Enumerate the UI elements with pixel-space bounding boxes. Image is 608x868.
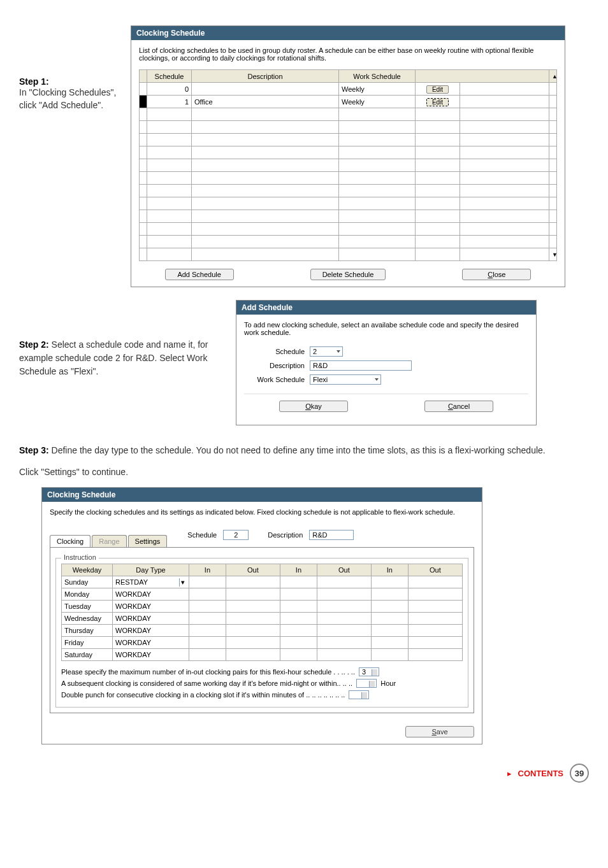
step3-click: Click "Settings" to continue. <box>19 466 589 479</box>
doublepunch-stepper[interactable] <box>349 690 369 699</box>
table-row[interactable]: 0 Weekly Edit <box>140 83 557 96</box>
th-work-schedule: Work Schedule <box>339 70 416 83</box>
step2-title: Step 2: <box>19 339 49 350</box>
list-item[interactable]: MondayWORKDAY <box>62 588 463 601</box>
schedule-value-3: 2 <box>223 530 249 540</box>
close-button[interactable]: Close <box>462 269 531 280</box>
clocking-schedule-dialog-3: Clocking Schedule Specify the clocking s… <box>41 487 482 744</box>
daytype-table: Weekday Day Type In Out In Out In Out Su… <box>61 564 463 661</box>
okay-button[interactable]: Okay <box>279 401 348 412</box>
note1: Please specify the maximum number of in-… <box>61 668 355 676</box>
list-item[interactable]: WednesdayWORKDAY <box>62 613 463 625</box>
instruction-legend: Instruction <box>61 553 99 561</box>
list-item[interactable]: ThursdayWORKDAY <box>62 625 463 637</box>
save-button[interactable]: Save <box>405 726 474 737</box>
desc-label-3: Description <box>268 531 303 539</box>
cancel-button[interactable]: Cancel <box>424 401 493 412</box>
max-pairs-stepper[interactable]: 3 <box>359 667 379 676</box>
midnight-stepper[interactable] <box>356 679 377 688</box>
note3: Double punch for consecutive clocking in… <box>61 691 345 699</box>
description-input[interactable]: R&D <box>310 360 412 371</box>
edit-button[interactable]: Edit <box>426 98 449 106</box>
description-label: Description <box>244 362 305 369</box>
note2-unit: Hour <box>380 679 396 687</box>
page-number: 39 <box>570 764 589 783</box>
tab-clocking[interactable]: Clocking <box>50 535 90 547</box>
clock3-intro: Specify the clocking schedules and its s… <box>50 508 474 516</box>
step1-title: Step 1: <box>19 76 121 87</box>
step3-text: Define the day type to the schedule. You… <box>49 445 546 455</box>
edit-button[interactable]: Edit <box>426 85 449 94</box>
schedule-table: Schedule Description Work Schedule ▲ 0 W… <box>139 69 557 261</box>
list-item[interactable]: FridayWORKDAY <box>62 637 463 649</box>
add-dialog-intro: To add new clocking schedule, select an … <box>244 321 528 336</box>
contents-link[interactable]: CONTENTS <box>518 769 564 778</box>
workschedule-select[interactable]: Flexi <box>310 374 381 385</box>
step1-text: In "Clocking Schedules", click "Add Sche… <box>19 87 121 111</box>
workschedule-label: Work Schedule <box>244 376 305 383</box>
list-item[interactable]: TuesdayWORKDAY <box>62 601 463 613</box>
clocking-intro: List of clocking schedules to be used in… <box>139 46 557 62</box>
desc-value-3: R&D <box>309 530 354 540</box>
clocking-schedule-dialog: Clocking Schedule List of clocking sched… <box>131 25 565 287</box>
contents-arrow: ▸ <box>507 769 512 778</box>
delete-schedule-button[interactable]: Delete Schedule <box>310 269 386 280</box>
schedule-select[interactable]: 2 <box>310 346 343 357</box>
list-item[interactable]: SaturdayWORKDAY <box>62 649 463 661</box>
dialog-title: Clocking Schedule <box>131 26 565 40</box>
tab-settings[interactable]: Settings <box>128 535 168 547</box>
table-row[interactable]: 1 Office Weekly Edit <box>140 96 557 108</box>
schedule-label-3: Schedule <box>187 531 217 539</box>
th-description: Description <box>192 70 339 83</box>
clock3-title: Clocking Schedule <box>42 488 482 502</box>
add-schedule-button[interactable]: Add Schedule <box>165 269 234 280</box>
list-item[interactable]: SundayRESTDAY▾ <box>62 576 463 588</box>
add-schedule-dialog: Add Schedule To add new clocking schedul… <box>236 300 537 425</box>
tab-range[interactable]: Range <box>92 535 126 547</box>
th-schedule: Schedule <box>147 70 192 83</box>
note2: A subsequent clocking is considered of s… <box>61 679 352 687</box>
step3-title: Step 3: <box>19 445 49 455</box>
schedule-label: Schedule <box>244 348 305 355</box>
add-dialog-title: Add Schedule <box>236 301 536 315</box>
